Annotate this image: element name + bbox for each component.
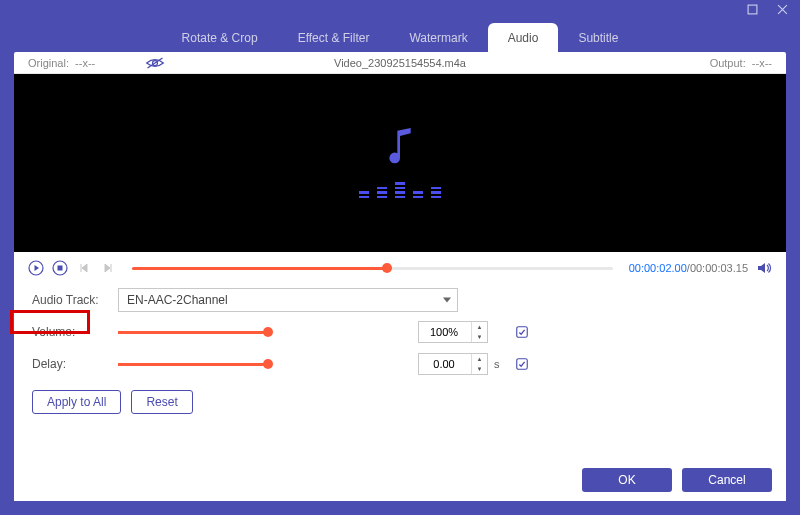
tab-rotate-crop[interactable]: Rotate & Crop	[162, 23, 278, 52]
volume-input[interactable]	[419, 322, 469, 342]
playback-controls: 00:00:02.00/00:00:03.15	[14, 252, 786, 280]
reset-button[interactable]: Reset	[131, 390, 192, 414]
apply-to-all-button[interactable]: Apply to All	[32, 390, 121, 414]
footer-buttons: OK Cancel	[14, 461, 786, 501]
volume-label: Volume:	[32, 325, 118, 339]
tab-subtitle[interactable]: Subtitle	[558, 23, 638, 52]
chevron-down-icon	[443, 298, 451, 303]
svg-rect-0	[748, 5, 757, 14]
svg-rect-6	[517, 327, 528, 338]
audio-track-select[interactable]: EN-AAC-2Channel	[118, 288, 458, 312]
volume-step-down[interactable]: ▼	[472, 332, 487, 342]
info-bar: Original: --x-- Video_230925154554.m4a O…	[14, 52, 786, 74]
cancel-button[interactable]: Cancel	[682, 468, 772, 492]
delay-label: Delay:	[32, 357, 118, 371]
audio-settings-form: Audio Track: EN-AAC-2Channel Volume: ▲▼	[14, 280, 786, 424]
output-dimensions: Output: --x--	[710, 57, 786, 69]
form-buttons: Apply to All Reset	[32, 380, 768, 424]
delay-step-up[interactable]: ▲	[472, 354, 487, 364]
output-label: Output:	[710, 57, 746, 69]
audio-track-row: Audio Track: EN-AAC-2Channel	[32, 284, 768, 316]
volume-row: Volume: ▲▼	[32, 316, 768, 348]
play-button[interactable]	[28, 260, 44, 276]
tab-audio[interactable]: Audio	[488, 23, 559, 52]
playback-time: 00:00:02.00/00:00:03.15	[629, 262, 748, 274]
svg-rect-5	[58, 266, 63, 271]
tab-strip: Rotate & Crop Effect & Filter Watermark …	[0, 18, 800, 52]
volume-slider[interactable]	[118, 331, 268, 334]
original-dimensions: Original: --x--	[14, 57, 95, 69]
delay-step-down[interactable]: ▼	[472, 364, 487, 374]
current-time: 00:00:02.00	[629, 262, 687, 274]
volume-input-wrapper: ▲▼	[418, 321, 488, 343]
delay-unit: s	[494, 358, 504, 370]
original-label: Original:	[28, 57, 69, 69]
playback-progress[interactable]	[132, 267, 613, 270]
equalizer-icon	[359, 180, 441, 198]
delay-input-wrapper: ▲▼	[418, 353, 488, 375]
music-note-icon	[383, 128, 417, 172]
output-value: --x--	[752, 57, 772, 69]
delay-row: Delay: ▲▼ s	[32, 348, 768, 380]
tab-watermark[interactable]: Watermark	[389, 23, 487, 52]
volume-step-up[interactable]: ▲	[472, 322, 487, 332]
audio-track-value: EN-AAC-2Channel	[127, 293, 228, 307]
delay-input[interactable]	[419, 354, 469, 374]
next-frame-button[interactable]	[100, 260, 116, 276]
mute-button[interactable]	[756, 260, 772, 276]
stop-button[interactable]	[52, 260, 68, 276]
preview-toggle-icon[interactable]	[145, 56, 165, 70]
svg-rect-7	[517, 359, 528, 370]
delay-reset-icon[interactable]	[514, 356, 530, 372]
video-preview	[14, 74, 786, 252]
filename: Video_230925154554.m4a	[334, 57, 466, 69]
maximize-button[interactable]	[740, 0, 764, 18]
prev-frame-button[interactable]	[76, 260, 92, 276]
audio-track-label: Audio Track:	[32, 293, 118, 307]
main-panel: Original: --x-- Video_230925154554.m4a O…	[14, 52, 786, 501]
original-value: --x--	[75, 57, 95, 69]
total-time: /00:00:03.15	[687, 262, 748, 274]
ok-button[interactable]: OK	[582, 468, 672, 492]
volume-reset-icon[interactable]	[514, 324, 530, 340]
tab-effect-filter[interactable]: Effect & Filter	[278, 23, 390, 52]
close-button[interactable]	[770, 0, 794, 18]
delay-slider[interactable]	[118, 363, 268, 366]
